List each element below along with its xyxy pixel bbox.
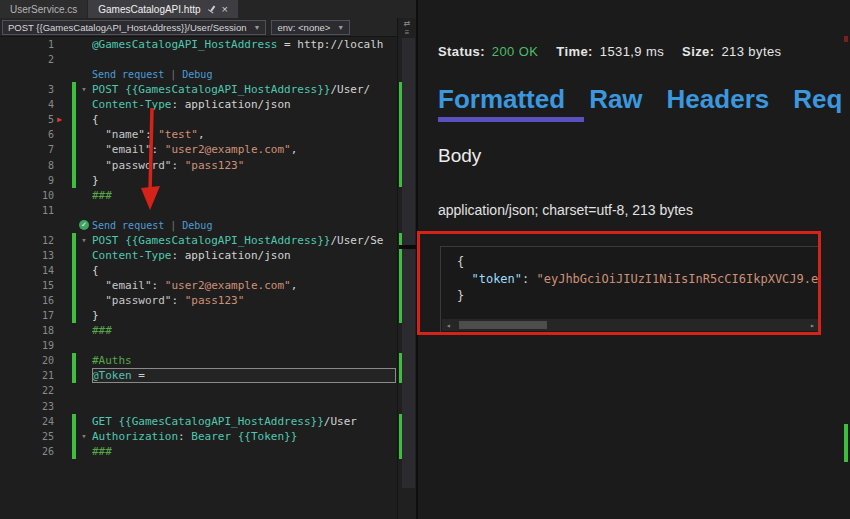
code-token: http://localh	[297, 38, 383, 51]
editor-row: 4Content-Type: application/json	[0, 97, 397, 112]
response-body-code: { "token": "eyJhbGciOiJIUzI1NiIsInR5cCI6…	[457, 254, 820, 305]
horizontal-scrollbar[interactable]: ◂ ▸	[442, 319, 819, 331]
code-line[interactable]: "email": "user2@example.com",	[92, 278, 397, 293]
gutter-margin	[54, 173, 72, 188]
code-line[interactable]: "name": "test",	[92, 127, 397, 142]
body-heading: Body	[438, 145, 481, 167]
gutter-margin	[54, 383, 72, 398]
code-token: :	[178, 430, 191, 443]
gutter-margin	[54, 127, 72, 142]
code-token: "password"	[92, 159, 171, 172]
code-line[interactable]: Content-Type: application/json	[92, 97, 397, 112]
tab-headers[interactable]: Headers	[667, 84, 770, 115]
code-token: "email"	[92, 279, 152, 292]
status-value: 200 OK	[492, 44, 539, 59]
editor-row: 2	[0, 52, 397, 67]
line-number: 19	[0, 338, 54, 353]
gutter-margin	[54, 278, 72, 293]
code-line[interactable]: "password": "pass123"	[92, 293, 397, 308]
line-number: 25	[0, 429, 54, 444]
tab-raw[interactable]: Raw	[589, 84, 642, 115]
panel-scrollbar[interactable]	[842, 18, 850, 519]
editor-row: 26###	[0, 444, 397, 459]
http-editor-toolbar: POST {{GamesCatalogAPI_HostAddress}}/Use…	[0, 18, 416, 37]
line-number: 7	[0, 142, 54, 157]
line-number: 20	[0, 353, 54, 368]
gutter-margin	[54, 97, 72, 112]
request-selector-dropdown[interactable]: POST {{GamesCatalogAPI_HostAddress}}/Use…	[2, 20, 266, 35]
code-lens-link[interactable]: Debug	[182, 69, 212, 80]
tab-formatted[interactable]: Formatted	[438, 84, 565, 115]
response-body-line: {	[457, 254, 820, 271]
code-line[interactable]: Authorization: Bearer {{Token}}	[92, 429, 397, 444]
tab-userservice-cs[interactable]: UserService.cs	[0, 0, 87, 18]
scroll-left-icon[interactable]: ◂	[442, 321, 455, 330]
code-line[interactable]: "email": "user2@example.com",	[92, 142, 397, 157]
code-token: Bearer {{Token}}	[191, 430, 297, 443]
environment-selector-value: env: <none>	[277, 22, 330, 33]
editor-row: 7 "email": "user2@example.com",	[0, 142, 397, 157]
code-lens-link[interactable]: Debug	[182, 220, 212, 231]
fold-chevron-icon[interactable]: ▾	[81, 431, 86, 441]
code-line[interactable]: ###	[92, 188, 397, 203]
scrollbar-thumb[interactable]	[402, 38, 415, 488]
code-line[interactable]: Content-Type: application/json	[92, 248, 397, 263]
splitter-handle[interactable]	[399, 245, 417, 249]
line-number: 17	[0, 308, 54, 323]
line-number: 4	[0, 97, 54, 112]
code-lens-link[interactable]: Send request	[92, 69, 164, 80]
change-indicator	[72, 263, 76, 278]
scrollbar-track[interactable]	[455, 319, 806, 331]
code-line[interactable]: POST {{GamesCatalogAPI_HostAddress}}/Use…	[92, 233, 397, 248]
response-status-row: Status: 200 OK Time: 1531,9 ms Size: 213…	[438, 44, 781, 59]
scroll-right-icon[interactable]: ▸	[806, 321, 819, 330]
environment-selector-dropdown[interactable]: env: <none> ▼	[271, 20, 350, 35]
code-line[interactable]: GET {{GamesCatalogAPI_HostAddress}}/User	[92, 414, 397, 429]
code-line[interactable]: @GamesCatalogAPI_HostAddress = http://lo…	[92, 37, 397, 52]
code-line[interactable]: {	[92, 263, 397, 278]
editor-row: 13Content-Type: application/json	[0, 248, 397, 263]
gutter-spacer	[72, 203, 76, 218]
code-line[interactable]: }	[92, 308, 397, 323]
code-editor[interactable]: 1@GamesCatalogAPI_HostAddress = http://l…	[0, 37, 397, 519]
fold-chevron-icon[interactable]: ▾	[81, 84, 86, 94]
gutter-spacer	[72, 338, 76, 353]
pin-icon[interactable]	[205, 3, 218, 16]
gutter-spacer	[72, 399, 76, 414]
code-line[interactable]: @Token =	[92, 368, 397, 383]
fold-column: ▾	[76, 233, 92, 248]
close-icon[interactable]: ×	[222, 4, 228, 14]
vs-window: UserService.cs GamesCatalogAPI.http × ☺ …	[0, 0, 850, 519]
code-line[interactable]: Send request | Debug	[92, 67, 397, 82]
change-indicator	[72, 278, 76, 293]
code-token: :	[152, 143, 165, 156]
code-line[interactable]: #Auths	[92, 353, 397, 368]
code-token: ,	[198, 128, 205, 141]
editor-split-icons[interactable]: ⇄≡	[398, 19, 416, 37]
code-token: /User/	[330, 83, 370, 96]
code-token: "user2@example.com"	[165, 143, 291, 156]
line-number: 12	[0, 233, 54, 248]
code-token: {{GamesCatalogAPI_HostAddress}}	[119, 415, 324, 428]
code-lens-link[interactable]: Send request	[92, 220, 164, 231]
code-token: ###	[92, 189, 112, 202]
code-line[interactable]: "password": "pass123"	[92, 158, 397, 173]
code-line[interactable]: ###	[92, 444, 397, 459]
gutter-margin	[54, 203, 72, 218]
tab-gamescatalogapi-http[interactable]: GamesCatalogAPI.http ×	[88, 0, 238, 18]
code-token: #Auths	[92, 354, 132, 367]
code-line[interactable]: {	[92, 112, 397, 127]
response-body-viewer[interactable]: { "token": "eyJhbGciOiJIUzI1NiIsInR5cCI6…	[440, 246, 821, 333]
change-indicator	[72, 444, 76, 459]
code-line[interactable]: Send request | Debug	[92, 218, 397, 233]
code-line[interactable]: POST {{GamesCatalogAPI_HostAddress}}/Use…	[92, 82, 397, 97]
line-number: 15	[0, 278, 54, 293]
code-line[interactable]: }	[92, 173, 397, 188]
gutter-margin	[54, 82, 72, 97]
fold-chevron-icon[interactable]: ▾	[81, 235, 86, 245]
editor-vertical-scrollbar[interactable]: ⇄≡	[397, 18, 416, 519]
scrollbar-thumb[interactable]	[459, 321, 547, 329]
line-number: 8	[0, 158, 54, 173]
change-indicator	[72, 293, 76, 308]
code-line[interactable]: ###	[92, 323, 397, 338]
